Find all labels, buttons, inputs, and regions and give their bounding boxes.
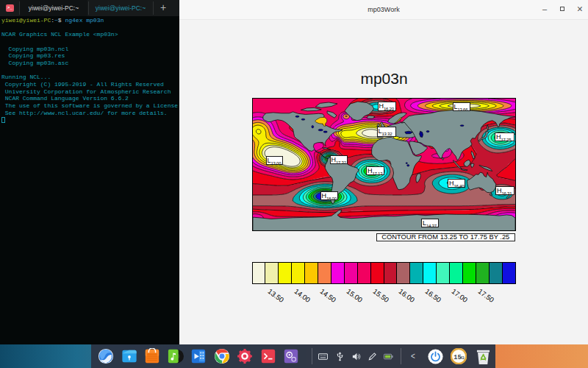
svg-text:43: 43 bbox=[460, 356, 465, 360]
